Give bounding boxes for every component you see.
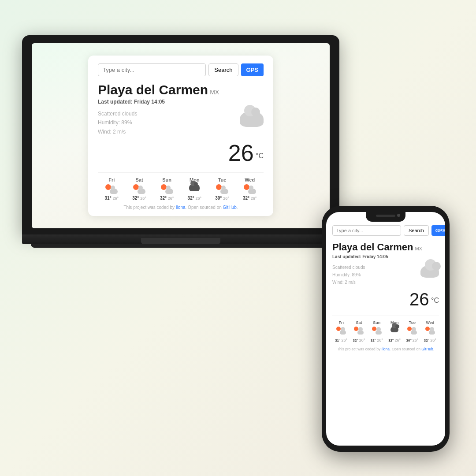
weather-card-desktop: Search GPS Playa del CarmenMX Last updat…	[88, 56, 273, 216]
forecast-sat: Sat 32° 26°	[126, 177, 153, 201]
search-button[interactable]: Search	[208, 63, 238, 76]
weather-card-phone: Search GPS Playa del CarmenMX Last updat…	[332, 225, 439, 351]
cloud-icon	[240, 111, 264, 127]
footer-text: This project was coded by Ilona. Open so…	[98, 205, 264, 210]
search-row: Search GPS	[98, 63, 264, 76]
conditions-text: Scattered clouds Humidity: 89% Wind: 2 m…	[98, 109, 137, 136]
phone-forecast-mon: Mon 32° 26°	[386, 320, 403, 342]
laptop-bezel: Search GPS Playa del CarmenMX Last updat…	[22, 35, 339, 234]
forecast-fri-icon	[105, 184, 118, 194]
phone-search-input[interactable]	[332, 225, 401, 236]
phone-footer-text: This project was coded by Ilona. Open so…	[332, 347, 439, 351]
phone-cloud-icon	[420, 265, 439, 278]
phone-search-row: Search GPS	[332, 225, 439, 236]
github-link[interactable]: GitHub	[223, 205, 237, 210]
phone-forecast-row: Fri 31° 26° Sat 32° 26°	[332, 316, 439, 342]
last-updated: Last updated: Friday 14:05	[98, 99, 264, 105]
laptop-foot	[31, 244, 331, 248]
gps-button[interactable]: GPS	[241, 63, 264, 76]
forecast-wed: Wed 32° 26°	[236, 177, 264, 201]
laptop-screen: Search GPS Playa del CarmenMX Last updat…	[32, 43, 330, 228]
forecast-mon-icon	[188, 184, 201, 194]
phone-notch	[366, 212, 405, 222]
laptop-base	[22, 234, 339, 244]
phone-conditions-row: Scattered clouds Humidity: 89% Wind: 2 m…	[332, 264, 439, 286]
forecast-tue: Tue 30° 26°	[208, 177, 236, 201]
conditions-row: Scattered clouds Humidity: 89% Wind: 2 m…	[98, 109, 264, 136]
phone-forecast-sun: Sun 32° 26°	[368, 320, 386, 342]
phone-speaker	[376, 215, 395, 217]
forecast-row: Fri 31° 26° Sat 32° 26°	[98, 172, 264, 201]
laptop-device: Search GPS Playa del CarmenMX Last updat…	[22, 35, 339, 248]
phone-bezel: Search GPS Playa del CarmenMX Last updat…	[322, 206, 450, 452]
author-link[interactable]: Ilona	[176, 205, 186, 210]
forecast-sat-icon	[133, 184, 145, 194]
phone-temperature-display: 26 °C	[332, 290, 439, 309]
search-input[interactable]	[98, 63, 206, 76]
temperature-display: 26 °C	[98, 140, 264, 166]
forecast-wed-icon	[244, 184, 256, 194]
forecast-tue-icon	[216, 184, 228, 194]
phone-forecast-sat: Sat 32° 26°	[350, 320, 368, 342]
phone-github-link[interactable]: GitHub	[421, 347, 433, 351]
phone-screen: Search GPS Playa del CarmenMX Last updat…	[326, 212, 445, 446]
city-name: Playa del CarmenMX	[98, 82, 264, 97]
forecast-sun-icon	[161, 184, 173, 194]
phone-search-button[interactable]: Search	[404, 225, 429, 236]
phone-last-updated: Last updated: Friday 14:05	[332, 254, 439, 259]
phone-camera	[397, 214, 400, 217]
forecast-sun: Sun 32° 26°	[153, 177, 181, 201]
phone-device: Search GPS Playa del CarmenMX Last updat…	[322, 206, 450, 452]
phone-forecast-wed: Wed 32° 26°	[421, 320, 439, 342]
forecast-fri: Fri 31° 26°	[98, 177, 126, 201]
phone-author-link[interactable]: Ilona	[382, 347, 390, 351]
phone-forecast-tue: Tue 30° 26°	[403, 320, 421, 342]
phone-forecast-fri: Fri 31° 26°	[332, 320, 350, 342]
phone-screen-inner: Search GPS Playa del CarmenMX Last updat…	[326, 212, 445, 446]
forecast-mon: Mon 32° 26°	[181, 177, 208, 201]
phone-city-name: Playa del CarmenMX	[332, 242, 439, 253]
phone-gps-button[interactable]: GPS	[431, 225, 445, 236]
phone-conditions-text: Scattered clouds Humidity: 89% Wind: 2 m…	[332, 264, 365, 286]
